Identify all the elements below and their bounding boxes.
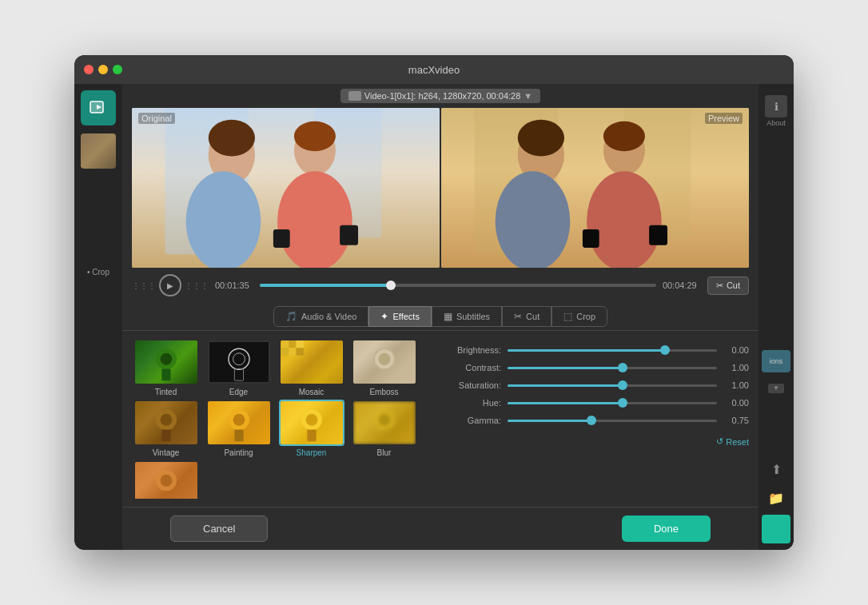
effect-tinted[interactable]: Tinted — [132, 339, 200, 396]
effect-mosaic[interactable]: Mosaic — [277, 339, 345, 396]
current-time: 00:01:35 — [215, 281, 253, 290]
close-button[interactable] — [84, 65, 94, 74]
saturation-handle[interactable] — [618, 380, 627, 390]
scissors-icon: ✂ — [716, 281, 723, 291]
svg-rect-32 — [296, 340, 303, 348]
tab-effects[interactable]: ✦ Effects — [368, 306, 431, 327]
blur-label: Blur — [377, 448, 392, 457]
file-selector-button[interactable]: Video-1[0x1]: h264, 1280x720, 00:04:28 ▼ — [340, 89, 540, 103]
vintage-label: Vintage — [153, 448, 180, 457]
app-icon[interactable] — [81, 90, 116, 125]
saturation-value: 1.00 — [723, 380, 749, 390]
svg-point-39 — [160, 414, 172, 426]
effect-blur[interactable]: Blur — [350, 400, 418, 457]
svg-point-20 — [496, 171, 571, 268]
svg-point-19 — [603, 121, 645, 151]
saturation-slider[interactable] — [508, 384, 717, 387]
minimize-button[interactable] — [98, 65, 108, 74]
svg-point-18 — [518, 120, 564, 157]
tab-subtitles[interactable]: ▦ Subtitles — [432, 306, 502, 327]
tab-effects-label: Effects — [392, 312, 419, 321]
svg-rect-12 — [340, 225, 358, 245]
effects-grid: Tinted — [132, 339, 428, 499]
traffic-lights — [84, 65, 122, 74]
maximize-button[interactable] — [113, 65, 122, 74]
hue-row: Hue: 0.00 — [445, 398, 749, 408]
svg-point-7 — [209, 120, 255, 157]
brightness-slider[interactable] — [508, 349, 717, 352]
preview-video-panel: Preview — [441, 108, 749, 268]
brightness-handle[interactable] — [660, 345, 670, 355]
brightness-label: Brightness: — [445, 345, 501, 355]
tab-crop[interactable]: ⬚ Crop — [551, 306, 607, 327]
saturation-fill — [508, 384, 623, 387]
effect-emboss[interactable]: Emboss — [350, 339, 418, 396]
footer-bar: Cancel Done — [122, 507, 759, 550]
gamma-handle[interactable] — [587, 416, 596, 425]
cut-button[interactable]: ✂ Cut — [707, 277, 749, 295]
reset-icon: ↺ — [716, 436, 723, 447]
svg-rect-43 — [234, 429, 243, 441]
effect-edge[interactable]: Edge — [205, 339, 273, 396]
options-button[interactable]: ions — [762, 350, 790, 372]
preview-label: Preview — [705, 113, 743, 124]
tab-audio-video-label: Audio & Video — [301, 312, 357, 321]
play-button[interactable]: ▶ — [159, 274, 181, 297]
svg-rect-46 — [307, 429, 316, 441]
window-title: macXvideo — [408, 64, 460, 76]
right-sidebar: ℹ About ions ▼ ⬆ 📁 — [759, 84, 794, 550]
upload-icon[interactable]: 📁 — [764, 486, 788, 510]
tabs-row: 🎵 Audio & Video ✦ Effects ▦ Subtitles ✂ … — [122, 303, 759, 331]
file-selector-label: Video-1[0x1]: h264, 1280x720, 00:04:28 — [364, 91, 521, 101]
svg-point-10 — [277, 171, 352, 268]
effects-grid-wrapper[interactable]: Tinted — [132, 339, 436, 499]
progress-handle[interactable] — [386, 281, 396, 290]
hue-fill — [508, 402, 623, 404]
file-selector-bar: Video-1[0x1]: h264, 1280x720, 00:04:28 ▼ — [122, 84, 759, 108]
hue-label: Hue: — [445, 398, 501, 408]
effect-sharpen[interactable]: Sharpen — [277, 400, 345, 457]
left-sidebar: • Crop — [74, 84, 122, 550]
svg-point-27 — [228, 348, 249, 369]
effect-painting[interactable]: Painting — [205, 400, 273, 457]
editor-body: Tinted — [122, 331, 759, 507]
cut-label: Cut — [727, 281, 740, 290]
painting-label: Painting — [224, 448, 253, 457]
effect-extra[interactable] — [132, 460, 200, 499]
content-area: Video-1[0x1]: h264, 1280x720, 00:04:28 ▼… — [122, 84, 759, 550]
mosaic-label: Mosaic — [299, 388, 325, 396]
teal-action-block[interactable] — [762, 515, 790, 543]
contrast-fill — [508, 367, 623, 369]
svg-rect-23 — [649, 225, 667, 245]
extra-bg — [135, 462, 197, 499]
done-button[interactable]: Done — [622, 515, 711, 542]
tinted-label: Tinted — [155, 388, 177, 396]
dropdown-chevron-icon: ▼ — [524, 91, 532, 101]
subtitles-icon: ▦ — [444, 311, 452, 322]
mosaic-bg — [281, 340, 343, 384]
gamma-slider[interactable] — [508, 420, 717, 422]
tab-cut[interactable]: ✂ Cut — [502, 306, 551, 327]
svg-rect-22 — [583, 229, 599, 248]
file-icon — [348, 91, 361, 101]
svg-point-21 — [587, 171, 662, 268]
svg-point-48 — [378, 414, 390, 426]
hue-handle[interactable] — [618, 398, 627, 408]
titlebar: macXvideo — [74, 55, 794, 84]
progress-bar[interactable] — [260, 284, 656, 287]
contrast-handle[interactable] — [618, 363, 627, 372]
effects-icon: ✦ — [380, 311, 388, 322]
effect-vintage[interactable]: Vintage — [132, 400, 200, 457]
tab-audio-video[interactable]: 🎵 Audio & Video — [273, 306, 369, 327]
cancel-button[interactable]: Cancel — [170, 515, 268, 542]
tab-crop-label: Crop — [576, 312, 595, 321]
effect-emboss-thumb — [352, 339, 417, 385]
total-time: 00:04:29 — [663, 281, 701, 290]
svg-point-37 — [378, 353, 390, 365]
reset-button[interactable]: ↺ Reset — [716, 436, 749, 447]
hue-slider[interactable] — [508, 402, 717, 404]
svg-point-50 — [160, 475, 172, 487]
svg-point-25 — [160, 353, 172, 365]
folder-icon[interactable]: ⬆ — [764, 457, 788, 481]
contrast-slider[interactable] — [508, 367, 717, 369]
